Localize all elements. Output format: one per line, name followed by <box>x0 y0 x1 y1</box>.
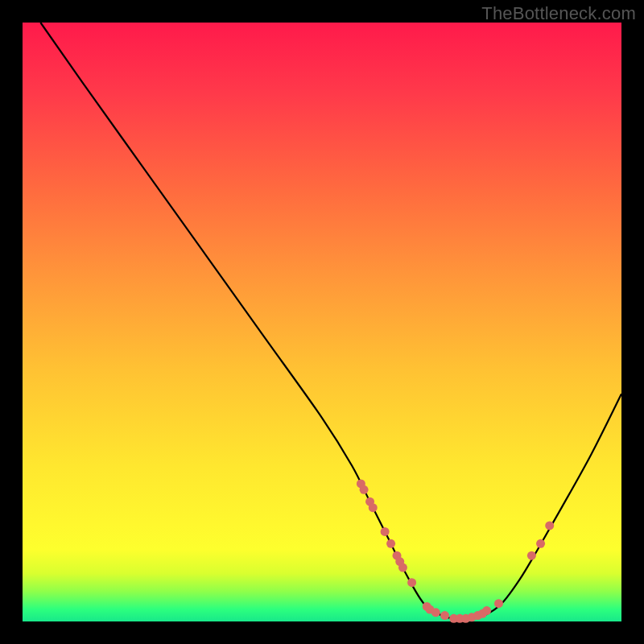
data-point <box>407 578 416 587</box>
curve-line <box>40 23 621 619</box>
data-point <box>398 564 407 572</box>
data-point <box>545 521 554 530</box>
chart-svg <box>23 23 621 621</box>
data-point <box>536 539 545 548</box>
data-point <box>527 551 536 560</box>
data-point <box>386 539 395 548</box>
chart-area <box>23 23 621 621</box>
data-point <box>431 608 440 617</box>
watermark-text: TheBottleneck.com <box>481 3 636 24</box>
data-point <box>360 485 369 494</box>
data-point <box>482 606 491 615</box>
data-point <box>381 527 390 536</box>
data-point <box>440 611 449 620</box>
data-point <box>494 599 503 608</box>
data-point <box>369 503 378 512</box>
data-markers <box>357 479 554 622</box>
